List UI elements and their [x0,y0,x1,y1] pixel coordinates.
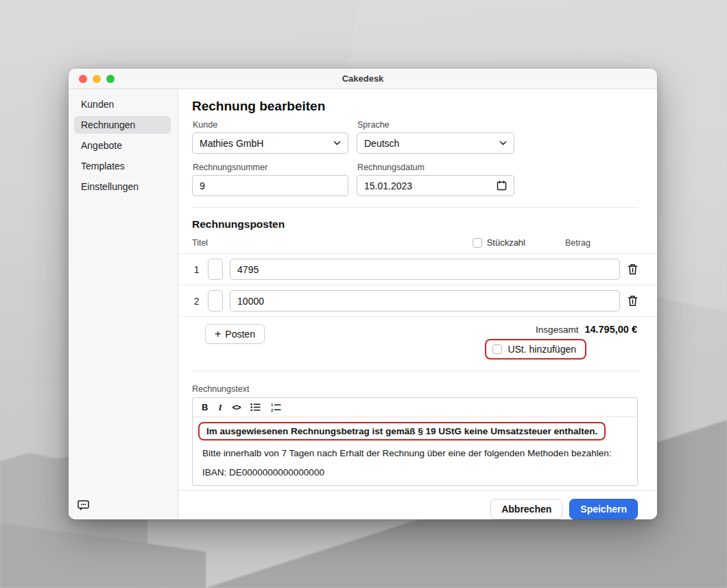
invoice-form: Kunde Mathies GmbH Sprache Deutsch [192,120,638,196]
posten-titel-input[interactable] [208,290,223,311]
posten-rows: 1 2 [178,253,657,317]
italic-button[interactable]: I [218,402,222,413]
cancel-button[interactable]: Abbrechen [490,499,562,519]
bullet-list-button[interactable] [250,403,261,412]
chevron-down-icon [333,141,341,145]
add-posten-button[interactable]: + Posten [205,324,265,344]
footer-actions: Abbrechen Speichern [178,490,657,519]
code-button[interactable]: <> [232,403,240,412]
sidebar-item-einstellungen[interactable]: Einstellungen [74,178,171,196]
rechnungsnummer-input[interactable] [192,175,348,196]
svg-text:1: 1 [271,403,274,407]
desktop: Cakedesk Kunden Rechnungen Angebote Temp… [0,0,727,588]
vat-label: USt. hinzufügen [508,344,576,355]
vat-highlight-box: USt. hinzufügen [485,339,586,360]
trash-icon [628,295,638,307]
rechnungstext-editor: B I <> [192,397,638,486]
close-window-button[interactable] [79,75,87,83]
plus-icon: + [215,329,221,340]
posten-row: 1 [178,253,657,285]
delete-posten-button[interactable] [627,263,638,277]
sidebar-item-templates[interactable]: Templates [74,157,171,175]
posten-titel-input[interactable] [208,259,223,280]
paragraph: Bitte innerhalb von 7 Tagen nach Erhalt … [202,448,628,458]
window-title: Cakedesk [69,73,657,84]
stueckzahl-checkbox[interactable] [473,238,482,248]
minimize-window-button[interactable] [93,75,101,83]
bold-button[interactable]: B [202,402,208,412]
row-number: 2 [192,296,201,307]
sidebar-item-kunden[interactable]: Kunden [74,95,171,113]
editor-toolbar: B I <> [193,398,637,417]
app-window: Cakedesk Kunden Rechnungen Angebote Temp… [69,69,657,519]
totals: Insgesamt 14.795,00 € USt. hinzufügen [485,324,638,360]
sidebar-item-rechnungen[interactable]: Rechnungen [74,116,171,134]
delete-posten-button[interactable] [627,294,638,308]
sidebar: Kunden Rechnungen Angebote Templates Ein… [69,89,178,519]
posten-heading: Rechnungsposten [192,218,638,231]
sprache-label: Sprache [357,120,514,130]
highlighted-paragraph: Im ausgewiesenen Rechnungsbetrag ist gem… [198,422,606,440]
bullet-list-icon [250,403,261,412]
stueckzahl-label: Stückzahl [487,237,525,248]
section-divider [192,371,638,371]
kunde-label: Kunde [193,120,348,130]
traffic-lights [79,69,115,89]
vat-checkbox[interactable] [492,344,502,354]
posten-row: 2 [178,285,657,317]
editor-content[interactable]: Im ausgewiesenen Rechnungsbetrag ist gem… [193,417,637,485]
titel-column-label: Titel [192,238,473,248]
rechnungsdatum-input[interactable]: 15.01.2023 [357,175,514,196]
kunde-value: Mathies GmbH [200,138,333,149]
sprache-value: Deutsch [364,138,499,149]
svg-text:2: 2 [271,408,274,412]
total-label: Insgesamt [536,325,578,335]
posten-actions: + Posten Insgesamt 14.795,00 € USt. hinz… [192,324,638,360]
posten-betrag-input[interactable] [230,290,620,311]
rechnungsdatum-value: 15.01.2023 [364,180,497,191]
posten-column-headers: Titel Stückzahl Betrag [192,237,638,248]
ordered-list-button[interactable]: 1 2 [271,403,281,412]
ordered-list-icon: 1 2 [271,403,281,412]
sidebar-item-angebote[interactable]: Angebote [74,137,171,154]
betrag-column-label: Betrag [565,238,638,248]
total-value: 14.795,00 € [584,324,637,335]
chevron-down-icon [499,141,507,145]
add-posten-label: Posten [225,329,255,340]
section-divider [192,207,638,208]
feedback-button[interactable] [77,499,91,512]
rechnungsnummer-label: Rechnungsnummer [193,163,348,172]
rechnungstext-label: Rechnungstext [192,384,638,394]
row-number: 1 [192,264,201,275]
main-panel: Rechnung bearbeiten Kunde Mathies GmbH S… [178,89,657,519]
calendar-icon [497,180,507,191]
sprache-select[interactable]: Deutsch [357,132,514,154]
save-button[interactable]: Speichern [569,499,638,519]
rechnungsdatum-label: Rechnungsdatum [357,163,514,172]
kunde-select[interactable]: Mathies GmbH [192,132,348,154]
window-titlebar: Cakedesk [69,69,657,89]
speech-bubble-icon [77,499,91,512]
zoom-window-button[interactable] [106,75,115,83]
page-title: Rechnung bearbeiten [192,99,638,114]
posten-betrag-input[interactable] [230,259,620,280]
trash-icon [628,263,638,275]
paragraph: IBAN: DE0000000000000000 [202,467,628,478]
